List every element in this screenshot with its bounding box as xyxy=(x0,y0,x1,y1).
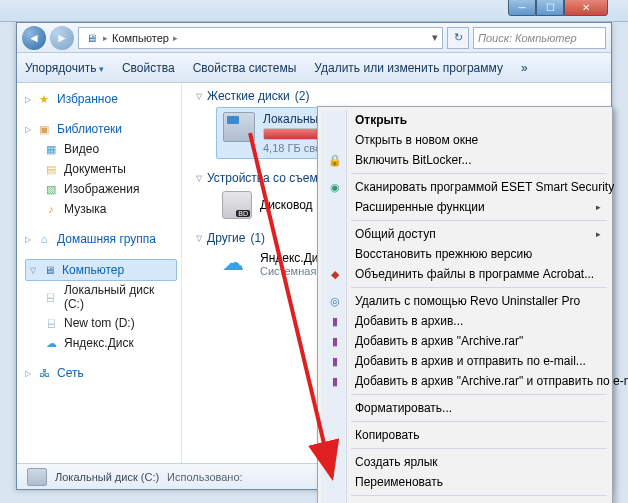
drive-icon xyxy=(27,468,47,486)
context-menu-separator xyxy=(351,287,607,288)
rar-icon: ▮ xyxy=(327,333,343,349)
video-icon: ▦ xyxy=(43,141,59,157)
collapse-icon: ▽ xyxy=(196,234,202,243)
context-menu: ОткрытьОткрыть в новом окне🔒Включить Bit… xyxy=(317,106,613,503)
star-icon: ★ xyxy=(36,91,52,107)
maximize-button[interactable]: ☐ xyxy=(536,0,564,16)
context-menu-separator xyxy=(351,448,607,449)
favorites-group[interactable]: ▷ ★ Избранное xyxy=(25,89,177,109)
document-icon: ▤ xyxy=(43,161,59,177)
context-menu-label: Общий доступ xyxy=(355,227,436,241)
cloud-icon: ☁ xyxy=(43,335,59,351)
rar-icon: ▮ xyxy=(327,353,343,369)
rar-icon: ▮ xyxy=(327,313,343,329)
sidebar-item-drive-d[interactable]: ⌸New tom (D:) xyxy=(25,313,177,333)
address-bar: ◄ ► 🖥 ▸ Компьютер ▸ ▾ ↻ Поиск: Компьютер xyxy=(17,23,611,53)
context-menu-label: Добавить в архив "Archive.rar" xyxy=(355,334,523,348)
drive-icon xyxy=(223,112,255,142)
refresh-button[interactable]: ↻ xyxy=(447,27,469,49)
collapse-icon: ▽ xyxy=(196,174,202,183)
network-group[interactable]: ▷ 🖧 Сеть xyxy=(25,363,177,383)
context-menu-item[interactable]: ▮Добавить в архив "Archive.rar" и отправ… xyxy=(321,371,609,391)
context-menu-item[interactable]: 🔒Включить BitLocker... xyxy=(321,150,609,170)
breadcrumb-segment[interactable]: Компьютер xyxy=(112,32,169,44)
context-menu-label: Открыть xyxy=(355,113,407,127)
context-menu-label: Расширенные функции xyxy=(355,200,485,214)
rar-icon: ▮ xyxy=(327,373,343,389)
context-menu-label: Создать ярлык xyxy=(355,455,438,469)
title-bar: ─ ☐ ✕ xyxy=(0,0,628,22)
uninstall-program-button[interactable]: Удалить или изменить программу xyxy=(314,61,503,75)
breadcrumb[interactable]: 🖥 ▸ Компьютер ▸ ▾ xyxy=(78,27,443,49)
drive-icon: ⌸ xyxy=(43,315,59,331)
homegroup-group[interactable]: ▷ ⌂ Домашняя группа xyxy=(25,229,177,249)
sidebar-item-local-disk-c[interactable]: ⌸Локальный диск (C:) xyxy=(25,281,177,313)
eset-icon: ◉ xyxy=(327,179,343,195)
context-menu-label: Удалить с помощью Revo Uninstaller Pro xyxy=(355,294,580,308)
context-menu-item[interactable]: Переименовать xyxy=(321,472,609,492)
back-button[interactable]: ◄ xyxy=(22,26,46,50)
network-icon: 🖧 xyxy=(36,365,52,381)
sidebar-item-pictures[interactable]: ▧Изображения xyxy=(25,179,177,199)
expand-icon: ▽ xyxy=(30,266,36,275)
chevron-right-icon: ▸ xyxy=(173,33,178,43)
context-menu-item[interactable]: ◆Объединить файлы в программе Acrobat... xyxy=(321,264,609,284)
overflow-button[interactable]: » xyxy=(521,61,528,75)
sidebar-item-yandex-disk[interactable]: ☁Яндекс.Диск xyxy=(25,333,177,353)
context-menu-separator xyxy=(351,173,607,174)
context-menu-label: Добавить в архив... xyxy=(355,314,463,328)
context-menu-item[interactable]: Свойства xyxy=(321,499,609,503)
command-bar: Упорядочить Свойства Свойства системы Уд… xyxy=(17,53,611,83)
path-dropdown-icon[interactable]: ▾ xyxy=(432,31,438,44)
context-menu-separator xyxy=(351,220,607,221)
collapse-icon: ▷ xyxy=(25,369,31,378)
computer-group[interactable]: ▽ 🖥 Компьютер xyxy=(25,259,177,281)
context-menu-item[interactable]: Восстановить прежнюю версию xyxy=(321,244,609,264)
context-menu-item[interactable]: ▮Добавить в архив и отправить по e-mail.… xyxy=(321,351,609,371)
libraries-group[interactable]: ▷ ▣ Библиотеки xyxy=(25,119,177,139)
context-menu-item[interactable]: Открыть в новом окне xyxy=(321,130,609,150)
context-menu-item[interactable]: Открыть xyxy=(321,110,609,130)
sidebar-item-documents[interactable]: ▤Документы xyxy=(25,159,177,179)
forward-button[interactable]: ► xyxy=(50,26,74,50)
collapse-icon: ▽ xyxy=(196,92,202,101)
bitlocker-icon: 🔒 xyxy=(327,152,343,168)
computer-icon: 🖥 xyxy=(41,262,57,278)
sidebar-item-music[interactable]: ♪Музыка xyxy=(25,199,177,219)
search-input[interactable]: Поиск: Компьютер xyxy=(473,27,606,49)
context-menu-separator xyxy=(351,394,607,395)
revo-icon: ◎ xyxy=(327,293,343,309)
context-menu-label: Добавить в архив "Archive.rar" и отправи… xyxy=(355,374,628,388)
navigation-pane: ▷ ★ Избранное ▷ ▣ Библиотеки ▦Видео ▤Док… xyxy=(17,83,182,463)
context-menu-item[interactable]: Копировать xyxy=(321,425,609,445)
context-menu-item[interactable]: Создать ярлык xyxy=(321,452,609,472)
system-properties-button[interactable]: Свойства системы xyxy=(193,61,297,75)
sidebar-item-videos[interactable]: ▦Видео xyxy=(25,139,177,159)
computer-icon: 🖥 xyxy=(83,30,99,46)
status-used-label: Использовано: xyxy=(167,471,243,483)
context-menu-item[interactable]: Форматировать... xyxy=(321,398,609,418)
properties-button[interactable]: Свойства xyxy=(122,61,175,75)
minimize-button[interactable]: ─ xyxy=(508,0,536,16)
context-menu-label: Объединить файлы в программе Acrobat... xyxy=(355,267,594,281)
music-icon: ♪ xyxy=(43,201,59,217)
context-menu-label: Добавить в архив и отправить по e-mail..… xyxy=(355,354,586,368)
context-menu-item[interactable]: ▮Добавить в архив "Archive.rar" xyxy=(321,331,609,351)
context-menu-item[interactable]: Расширенные функции xyxy=(321,197,609,217)
context-menu-label: Форматировать... xyxy=(355,401,452,415)
context-menu-item[interactable]: ◎Удалить с помощью Revo Uninstaller Pro xyxy=(321,291,609,311)
libraries-icon: ▣ xyxy=(36,121,52,137)
section-hard-drives[interactable]: ▽ Жесткие диски (2) xyxy=(182,83,611,105)
context-menu-label: Копировать xyxy=(355,428,420,442)
context-menu-item[interactable]: ◉Сканировать программой ESET Smart Secur… xyxy=(321,177,609,197)
context-menu-item[interactable]: ▮Добавить в архив... xyxy=(321,311,609,331)
drive-icon: ⌸ xyxy=(43,289,59,305)
homegroup-icon: ⌂ xyxy=(36,231,52,247)
context-menu-label: Открыть в новом окне xyxy=(355,133,478,147)
context-menu-item[interactable]: Общий доступ xyxy=(321,224,609,244)
close-button[interactable]: ✕ xyxy=(564,0,608,16)
organize-menu[interactable]: Упорядочить xyxy=(25,61,104,75)
collapse-icon: ▷ xyxy=(25,95,31,104)
search-placeholder: Поиск: Компьютер xyxy=(478,32,577,44)
image-icon: ▧ xyxy=(43,181,59,197)
